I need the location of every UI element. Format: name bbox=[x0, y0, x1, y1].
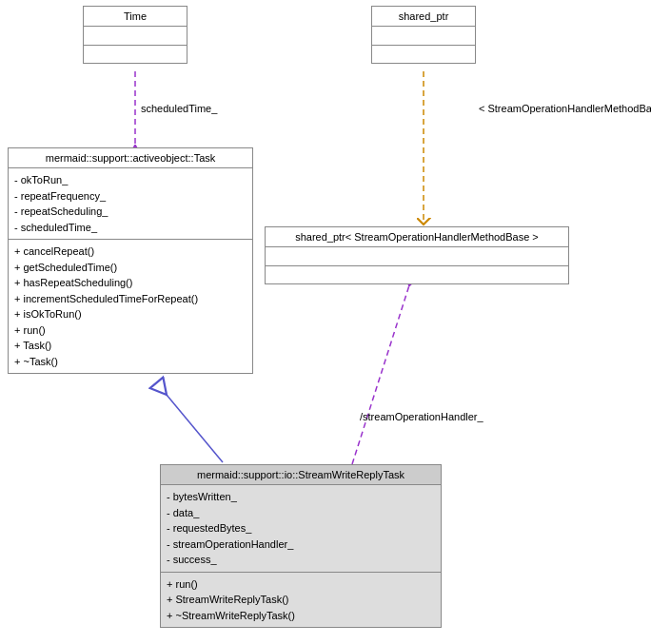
task-method-7: + Task() bbox=[14, 338, 247, 354]
stream-write-reply-task-box: mermaid::support::io::StreamWriteReplyTa… bbox=[160, 464, 442, 628]
task-method-2: + getScheduledTime() bbox=[14, 260, 247, 276]
task-attr-3: - repeatScheduling_ bbox=[14, 204, 247, 220]
task-box: mermaid::support::activeobject::Task - o… bbox=[8, 147, 253, 374]
task-attr-1: - okToRun_ bbox=[14, 172, 247, 188]
task-method-8: + ~Task() bbox=[14, 354, 247, 370]
swrt-attr-1: - bytesWritten_ bbox=[167, 489, 435, 505]
task-inheritance-arrow bbox=[167, 395, 223, 462]
stream-operation-handler-label: /streamOperationHandler_ bbox=[360, 411, 483, 422]
swrt-attr-4: - streamOperationHandler_ bbox=[167, 537, 435, 553]
task-attributes-section: - okToRun_ - repeatFrequency_ - repeatSc… bbox=[9, 168, 252, 240]
shared-ptr-stream-section2 bbox=[266, 266, 568, 283]
stream-write-reply-task-methods: + run() + StreamWriteReplyTask() + ~Stre… bbox=[161, 573, 441, 628]
swrt-attr-2: - data_ bbox=[167, 505, 435, 521]
shared-ptr-top-header: shared_ptr bbox=[372, 7, 475, 27]
shared-ptr-top-section2 bbox=[372, 46, 475, 63]
shared-ptr-stream-box: shared_ptr< StreamOperationHandlerMethod… bbox=[265, 226, 569, 284]
time-box-section2 bbox=[84, 46, 187, 63]
shared-ptr-top-box: shared_ptr bbox=[371, 6, 476, 64]
shared-ptr-label: < StreamOperationHandlerMethodBase > bbox=[479, 103, 651, 114]
diagram-container: Time shared_ptr scheduledTime_ < StreamO… bbox=[0, 0, 651, 644]
shared-ptr-stream-header: shared_ptr< StreamOperationHandlerMethod… bbox=[266, 227, 568, 247]
stream-to-shared-ptr-arrow bbox=[352, 285, 409, 464]
swrt-method-3: + ~StreamWriteReplyTask() bbox=[167, 608, 435, 624]
task-method-3: + hasRepeatScheduling() bbox=[14, 275, 247, 291]
swrt-attr-5: - success_ bbox=[167, 552, 435, 568]
task-method-5: + isOkToRun() bbox=[14, 306, 247, 322]
task-box-header: mermaid::support::activeobject::Task bbox=[9, 148, 252, 168]
time-box-header: Time bbox=[84, 7, 187, 27]
task-method-6: + run() bbox=[14, 322, 247, 339]
stream-write-reply-task-attributes: - bytesWritten_ - data_ - requestedBytes… bbox=[161, 485, 441, 573]
task-method-4: + incrementScheduledTimeForRepeat() bbox=[14, 291, 247, 307]
task-attr-2: - repeatFrequency_ bbox=[14, 188, 247, 205]
time-box-section1 bbox=[84, 27, 187, 46]
time-box: Time bbox=[83, 6, 187, 64]
stream-write-reply-task-header: mermaid::support::io::StreamWriteReplyTa… bbox=[161, 465, 441, 485]
swrt-method-1: + run() bbox=[167, 576, 435, 593]
task-methods-section: + cancelRepeat() + getScheduledTime() + … bbox=[9, 240, 252, 373]
scheduled-time-label: scheduledTime_ bbox=[141, 103, 217, 114]
task-attr-4: - scheduledTime_ bbox=[14, 220, 247, 236]
shared-ptr-stream-section1 bbox=[266, 247, 568, 266]
swrt-method-2: + StreamWriteReplyTask() bbox=[167, 592, 435, 608]
shared-ptr-top-section1 bbox=[372, 27, 475, 46]
task-method-1: + cancelRepeat() bbox=[14, 244, 247, 260]
swrt-attr-3: - requestedBytes_ bbox=[167, 520, 435, 537]
